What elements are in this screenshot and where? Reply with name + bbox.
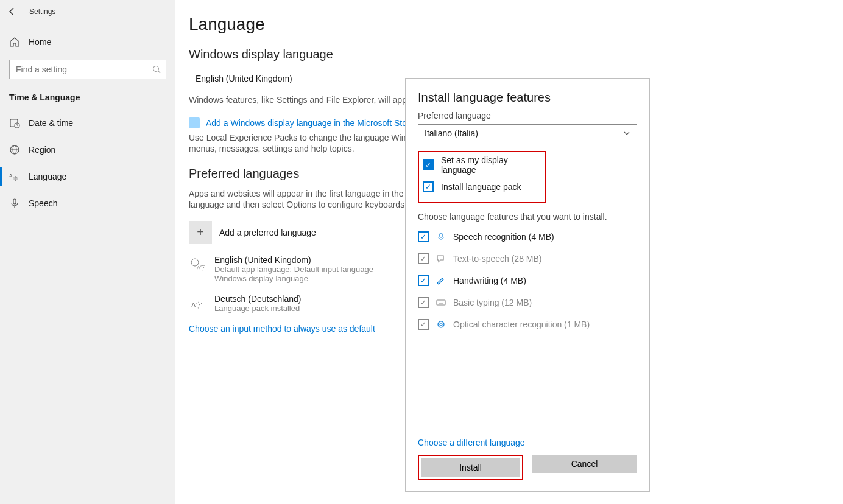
- checkbox-install-language-pack[interactable]: Install language pack: [423, 178, 540, 196]
- svg-rect-9: [13, 199, 16, 204]
- app-title: Settings: [29, 7, 55, 16]
- page-title: Language: [189, 15, 843, 34]
- checkbox-label: Basic typing (12 MB): [453, 298, 532, 307]
- keyboard-icon: [436, 298, 446, 307]
- checkbox-label: Install language pack: [441, 182, 521, 192]
- checkbox-label: Text-to-speech (28 MB): [453, 254, 542, 264]
- svg-rect-14: [440, 233, 442, 237]
- nav-item-label: Language: [29, 172, 66, 181]
- checkbox-basic-typing: Basic typing (12 MB): [418, 293, 637, 312]
- checkbox-icon: [418, 319, 429, 330]
- calendar-clock-icon: [9, 117, 20, 128]
- nav-item-label: Date & time: [29, 118, 73, 128]
- search-input[interactable]: [15, 64, 152, 75]
- svg-point-0: [153, 66, 159, 72]
- choose-different-language-link[interactable]: Choose a different language: [418, 438, 637, 447]
- checkbox-icon: [418, 297, 429, 308]
- language-glyph-icon: A字: [189, 295, 206, 312]
- checkbox-set-display-language[interactable]: Set as my display language: [423, 156, 540, 174]
- section-label: Time & Language: [0, 90, 175, 110]
- highlight-box-install: Install: [418, 455, 523, 480]
- nav-item-label: Region: [29, 145, 55, 155]
- highlight-box-display-options: Set as my display language Install langu…: [418, 151, 546, 203]
- svg-text:A字: A字: [197, 265, 205, 271]
- checkbox-ocr: Optical character recognition (1 MB): [418, 315, 637, 334]
- back-button[interactable]: [7, 7, 17, 16]
- home-label: Home: [29, 37, 51, 47]
- checkbox-handwriting[interactable]: Handwriting (4 MB): [418, 271, 637, 290]
- store-icon: [189, 117, 200, 128]
- svg-text:A字: A字: [191, 301, 202, 309]
- modal-pref-label: Preferred language: [418, 111, 637, 121]
- microphone-icon: [436, 232, 446, 242]
- pen-icon: [436, 276, 446, 285]
- checkbox-label: Optical character recognition (1 MB): [453, 320, 590, 329]
- install-button[interactable]: Install: [422, 458, 520, 477]
- choose-features-text: Choose language features that you want t…: [418, 212, 637, 222]
- checkbox-label: Speech recognition (4 MB): [453, 232, 554, 242]
- language-icon: A字: [9, 171, 20, 182]
- checkbox-icon: [418, 253, 429, 264]
- display-language-title: Windows display language: [189, 47, 843, 61]
- svg-point-19: [440, 323, 442, 326]
- add-preferred-label: Add a preferred language: [219, 228, 316, 237]
- nav-date-time[interactable]: Date & time: [0, 110, 175, 136]
- home-link[interactable]: Home: [0, 18, 175, 57]
- nav-item-label: Speech: [29, 198, 57, 208]
- install-language-modal: Install language features Preferred lang…: [405, 78, 650, 492]
- svg-text:A: A: [9, 173, 13, 178]
- modal-language-value: Italiano (Italia): [425, 128, 478, 138]
- microphone-icon: [9, 198, 20, 209]
- search-input-wrap[interactable]: [9, 60, 166, 79]
- svg-point-18: [438, 321, 444, 327]
- display-language-select[interactable]: English (United Kingdom): [189, 69, 403, 88]
- speech-bubble-icon: [436, 254, 446, 264]
- checkbox-icon: [418, 275, 429, 286]
- svg-line-1: [158, 71, 161, 74]
- language-glyph-icon: A字: [189, 256, 206, 273]
- checkbox-label: Set as my display language: [441, 155, 540, 175]
- checkbox-icon: [423, 181, 434, 192]
- modal-title: Install language features: [418, 91, 637, 105]
- svg-text:字: 字: [13, 176, 18, 181]
- modal-language-select[interactable]: Italiano (Italia): [418, 124, 637, 142]
- store-link-text: Add a Windows display language in the Mi…: [206, 118, 414, 128]
- nav-region[interactable]: Region: [0, 136, 175, 163]
- ocr-icon: [436, 320, 446, 329]
- display-language-value: English (United Kingdom): [196, 74, 292, 83]
- checkbox-icon: [423, 159, 434, 170]
- chevron-down-icon: [623, 130, 630, 137]
- checkbox-label: Handwriting (4 MB): [453, 276, 526, 285]
- nav-speech[interactable]: Speech: [0, 190, 175, 217]
- checkbox-icon: [418, 231, 429, 242]
- cancel-button[interactable]: Cancel: [532, 455, 637, 473]
- home-icon: [9, 37, 20, 47]
- sidebar: Settings Home Time & Language Date & tim…: [0, 0, 175, 504]
- plus-icon: +: [189, 221, 212, 244]
- checkbox-text-to-speech: Text-to-speech (28 MB): [418, 250, 637, 268]
- checkbox-speech-recognition[interactable]: Speech recognition (4 MB): [418, 228, 637, 246]
- search-icon: [152, 65, 161, 74]
- nav-language[interactable]: A字 Language: [0, 163, 175, 190]
- svg-rect-15: [437, 300, 445, 305]
- globe-icon: [9, 144, 20, 155]
